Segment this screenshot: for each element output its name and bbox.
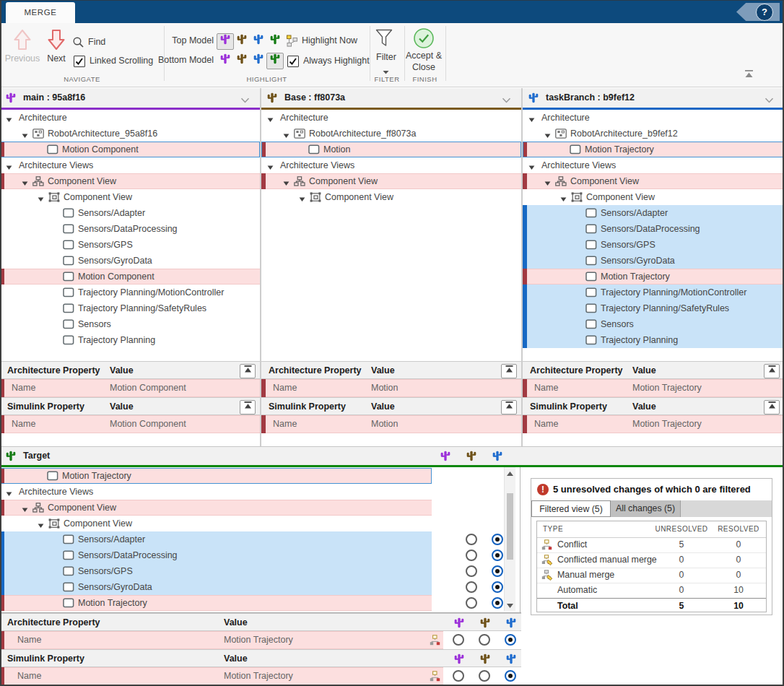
tree-row-trajectory-planning-safetyrules[interactable]: Trajectory Planning/SafetyRules [523,300,784,316]
tree-row-sensors-adapter[interactable]: Sensors/Adapter [523,205,784,221]
tree-row-architecture[interactable]: Architecture [0,110,260,126]
tree-row-motion-trajectory[interactable]: Motion Trajectory [0,468,504,484]
scrollbar-thumb[interactable] [507,493,513,560]
next-button[interactable]: Next [42,29,71,64]
tree-row-component-view[interactable]: Component View [0,173,260,189]
expander-icon[interactable] [22,131,28,141]
radio-task-version[interactable] [492,581,503,593]
tree-row-sensors-gyrodata[interactable]: Sensors/GyroData [0,253,260,269]
target-scrollbar[interactable] [504,467,515,611]
tree-row-sensors-adapter[interactable]: Sensors/Adapter [0,205,260,221]
expander-icon[interactable] [560,194,567,204]
expander-icon[interactable] [283,131,289,141]
summary-tab-all-changes-5[interactable]: All changes (5) [611,500,681,517]
property-row[interactable]: Name Motion Component [0,379,260,397]
expander-icon[interactable] [38,194,44,204]
filter-label[interactable]: Filter [370,52,403,62]
tree-row-motion-component[interactable]: Motion Component [0,142,260,157]
radio-base-version[interactable] [466,581,477,593]
target-property-row[interactable]: Name Motion Trajectory [0,667,521,685]
accept-close-label2[interactable]: Close [401,62,446,73]
property-row[interactable]: Name Motion [261,379,521,397]
expander-icon[interactable] [22,505,28,515]
collapse-properties-button[interactable] [501,400,517,414]
collapse-properties-button[interactable] [240,400,256,414]
chevron-down-icon[interactable] [765,95,774,105]
tree-row-component-view[interactable]: Component View [261,173,521,189]
tree-row-component-view[interactable]: Component View [261,189,521,205]
highlight-now-label[interactable]: Highlight Now [302,35,357,45]
panel-header[interactable]: Base : ff8073a [261,88,521,108]
collapse-properties-button[interactable] [240,364,256,378]
radio-base-version[interactable] [479,634,490,646]
search-icon[interactable] [72,36,84,51]
highlight-bottom-main-button[interactable] [217,53,234,69]
tree-row-trajectory-planning-motioncontroller[interactable]: Trajectory Planning/MotionController [523,285,784,300]
filter-icon[interactable] [375,28,393,51]
tree-row-sensors-dataprocessing[interactable]: Sensors/DataProcessing [0,547,504,563]
property-row[interactable]: Name Motion Trajectory [523,415,784,433]
help-button[interactable]: ? [736,3,780,21]
summary-tab-filtered-view-5[interactable]: Filtered view (5) [531,500,611,517]
tree-row-architecture-views[interactable]: Architecture Views [0,484,504,500]
highlight-bottom-base-button[interactable] [233,53,251,69]
highlight-top-target-button[interactable] [266,33,284,50]
tree-row-sensors-gps[interactable]: Sensors/GPS [523,237,784,253]
expander-icon[interactable] [6,489,12,499]
tree-row-sensors-gyrodata[interactable]: Sensors/GyroData [523,253,784,269]
collapse-properties-button[interactable] [764,400,780,414]
radio-base-version[interactable] [466,565,477,577]
radio-main-version[interactable] [453,634,464,646]
tree-row-sensors-adapter[interactable]: Sensors/Adapter [0,531,504,547]
tree-row-sensors[interactable]: Sensors [0,316,260,332]
tree-row-trajectory-planning[interactable]: Trajectory Planning [523,332,784,348]
expander-icon[interactable] [267,115,274,125]
property-row[interactable]: Name Motion [261,415,521,433]
radio-main-version[interactable] [453,670,464,682]
tree-row-trajectory-planning-motioncontroller[interactable]: Trajectory Planning/MotionController [0,285,260,300]
scroll-down-icon[interactable] [506,602,514,609]
find-label[interactable]: Find [88,37,105,47]
expander-icon[interactable] [283,178,289,188]
highlight-top-task-button[interactable] [250,33,267,50]
panel-header[interactable]: main : 95a8f16 [0,88,260,108]
property-row[interactable]: Name Motion Trajectory [523,379,784,397]
tree-row-motion[interactable]: Motion [261,142,521,157]
tree-row-sensors-dataprocessing[interactable]: Sensors/DataProcessing [523,221,784,237]
tree-row-motion-component[interactable]: Motion Component [0,269,260,285]
radio-base-version[interactable] [466,597,477,609]
tree-row-motion-trajectory[interactable]: Motion Trajectory [523,142,784,157]
accept-close-icon[interactable] [413,27,435,51]
tree-row-motion-trajectory[interactable]: Motion Trajectory [0,595,504,611]
previous-button[interactable]: Previous [3,29,42,64]
expander-icon[interactable] [299,194,305,204]
expander-icon[interactable] [528,162,535,173]
highlight-bottom-task-button[interactable] [250,53,267,69]
tree-row-component-view[interactable]: Component View [523,173,784,189]
tab-merge[interactable]: MERGE [6,2,75,23]
chevron-down-icon[interactable] [502,95,511,105]
tree-row-sensors-gyrodata[interactable]: Sensors/GyroData [0,579,504,595]
tree-row-sensors-gps[interactable]: Sensors/GPS [0,563,504,579]
radio-base-version[interactable] [466,550,477,561]
tree-row-motion-trajectory[interactable]: Motion Trajectory [523,269,784,285]
tree-row-component-view[interactable]: Component View [0,500,504,516]
radio-base-version[interactable] [466,534,477,545]
expander-icon[interactable] [38,521,44,531]
tree-row-trajectory-planning-safetyrules[interactable]: Trajectory Planning/SafetyRules [0,300,260,316]
tree-row-trajectory-planning[interactable]: Trajectory Planning [0,332,260,348]
tree-row-robotarchitecture-b9fef12[interactable]: RobotArchitecture_b9fef12 [523,126,784,142]
tree-row-sensors-dataprocessing[interactable]: Sensors/DataProcessing [0,221,260,237]
tree-row-architecture[interactable]: Architecture [261,110,521,126]
radio-task-version[interactable] [505,670,516,682]
tree-row-component-view[interactable]: Component View [0,189,260,205]
collapse-properties-button[interactable] [764,364,780,378]
tree-row-architecture[interactable]: Architecture [523,110,784,126]
tree-row-sensors[interactable]: Sensors [523,316,784,332]
expander-icon[interactable] [6,115,12,125]
radio-task-version[interactable] [492,565,503,577]
expander-icon[interactable] [267,162,274,173]
tree-row-component-view[interactable]: Component View [0,516,504,531]
chevron-down-icon[interactable] [240,95,250,105]
accept-close-label1[interactable]: Accept & [401,51,446,61]
